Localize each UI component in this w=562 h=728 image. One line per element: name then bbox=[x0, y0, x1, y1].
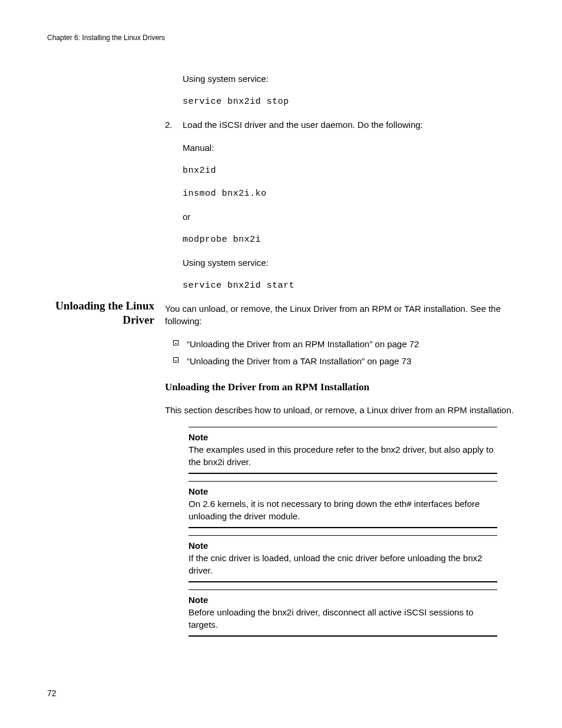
right-column: Using system service: service bnx2id sto… bbox=[165, 73, 515, 644]
note-label: Note bbox=[189, 539, 497, 552]
command-text: service bnx2id stop bbox=[183, 95, 515, 108]
section-intro: You can unload, or remove, the Linux Dri… bbox=[165, 302, 515, 327]
note-body: On 2.6 kernels, it is not necessary to b… bbox=[189, 498, 497, 522]
subsection-heading: Unloading the Driver from an RPM Install… bbox=[165, 380, 515, 394]
command-text: service bnx2id start bbox=[183, 279, 515, 292]
command-text: bnx2id bbox=[183, 164, 515, 177]
note-body: The examples used in this procedure refe… bbox=[189, 443, 497, 468]
note-label: Note bbox=[189, 594, 497, 606]
note-block: Note If the cnic driver is loaded, unloa… bbox=[189, 535, 497, 582]
body-text: Using system service: bbox=[183, 256, 515, 269]
section-heading: Unloading the Linux Driver bbox=[47, 299, 165, 328]
running-header: Chapter 6: Installing the Linux Drivers bbox=[47, 33, 515, 43]
step1-continued: Using system service: service bnx2id sto… bbox=[183, 73, 515, 108]
list-number: 2. bbox=[165, 118, 183, 131]
left-column: Unloading the Linux Driver bbox=[47, 73, 165, 328]
command-text: insmod bnx2i.ko bbox=[183, 187, 515, 200]
command-text: modprobe bnx2i bbox=[183, 233, 515, 246]
bullet-icon bbox=[173, 357, 178, 363]
note-block: Note On 2.6 kernels, it is not necessary… bbox=[189, 481, 497, 528]
bullet-list: “Unloading the Driver from an RPM Instal… bbox=[165, 338, 515, 367]
note-block: Note The examples used in this procedure… bbox=[189, 427, 497, 474]
body-text: Manual: bbox=[183, 141, 515, 154]
bullet-icon bbox=[173, 340, 178, 345]
ordered-list-item: 2. Load the iSCSI driver and the user da… bbox=[165, 118, 515, 131]
bullet-item: “Unloading the Driver from an RPM Instal… bbox=[165, 338, 515, 350]
note-label: Note bbox=[189, 485, 497, 498]
body-text: or bbox=[183, 210, 515, 223]
note-label: Note bbox=[189, 431, 497, 443]
page-number: 72 bbox=[47, 688, 57, 700]
note-body: Before unloading the bnx2i driver, disco… bbox=[189, 606, 497, 631]
body-text: Using system service: bbox=[183, 73, 515, 85]
main-columns: Unloading the Linux Driver Using system … bbox=[47, 73, 515, 644]
note-block: Note Before unloading the bnx2i driver, … bbox=[189, 589, 497, 637]
bullet-text: “Unloading the Driver from an RPM Instal… bbox=[187, 338, 419, 350]
note-body: If the cnic driver is loaded, unload the… bbox=[189, 552, 497, 577]
page: Chapter 6: Installing the Linux Drivers … bbox=[0, 0, 562, 728]
bullet-text: “Unloading the Driver from a TAR Install… bbox=[187, 355, 411, 367]
list-body: Load the iSCSI driver and the user daemo… bbox=[183, 118, 515, 131]
step2-content: Manual: bnx2id insmod bnx2i.ko or modpro… bbox=[183, 141, 515, 292]
bullet-item: “Unloading the Driver from a TAR Install… bbox=[165, 355, 515, 367]
body-text: This section describes how to unload, or… bbox=[165, 404, 515, 416]
